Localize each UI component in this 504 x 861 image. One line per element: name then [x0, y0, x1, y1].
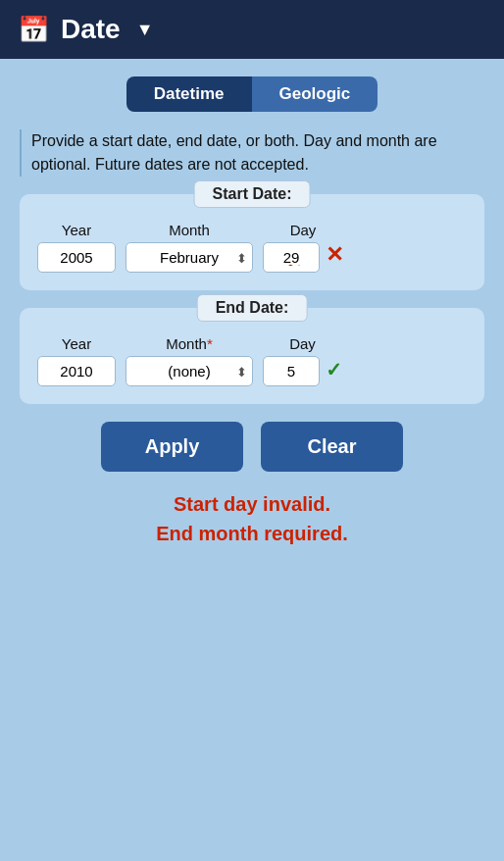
start-month-select[interactable]: January February March April May June Ju…: [126, 242, 253, 273]
end-day-label: Day: [289, 335, 316, 352]
end-year-label: Year: [62, 335, 91, 352]
clear-button[interactable]: Clear: [261, 422, 403, 472]
end-day-input[interactable]: [263, 356, 320, 386]
end-date-fields: Year Month* (none) January February Marc…: [37, 335, 467, 386]
error-line2: End month required.: [20, 519, 484, 548]
start-year-label: Year: [62, 222, 91, 238]
end-month-select[interactable]: (none) January February March April May …: [126, 356, 253, 386]
error-message: Start day invalid. End month required.: [20, 489, 484, 548]
end-day-valid-icon: ✓: [326, 358, 342, 381]
description-text: Provide a start date, end date, or both.…: [20, 129, 484, 177]
start-date-fields: Year Month January February March April …: [37, 222, 467, 273]
end-day-wrapper: ✓: [263, 356, 342, 386]
calendar-icon: 📅: [18, 15, 49, 45]
required-asterisk: *: [207, 335, 213, 352]
end-year-input[interactable]: [37, 356, 116, 386]
end-month-label: Month*: [166, 335, 213, 352]
start-year-field: Year: [37, 222, 116, 273]
end-date-card: End Date: Year Month* (none) January Feb…: [20, 308, 484, 404]
start-year-input[interactable]: [37, 242, 116, 273]
end-year-field: Year: [37, 335, 116, 386]
button-row: Apply Clear: [20, 422, 484, 472]
start-month-select-wrapper: January February March April May June Ju…: [126, 242, 253, 273]
start-day-label: Day: [290, 222, 317, 238]
apply-button[interactable]: Apply: [101, 422, 243, 472]
end-month-select-wrapper: (none) January February March April May …: [126, 356, 253, 386]
end-day-field: Day ✓: [263, 335, 342, 386]
start-day-invalid-icon: ✕: [326, 242, 343, 268]
start-day-field: Day ✕: [263, 222, 343, 273]
start-day-input[interactable]: [263, 242, 320, 273]
start-date-card: Start Date: Year Month January February …: [20, 194, 484, 290]
dropdown-arrow-icon[interactable]: ▼: [136, 20, 154, 40]
start-day-wrapper: ✕: [263, 242, 343, 273]
start-date-label: Start Date:: [194, 180, 311, 208]
tab-datetime[interactable]: Datetime: [126, 76, 252, 112]
header: 📅 Date ▼: [0, 0, 504, 59]
main-content: Datetime Geologic Provide a start date, …: [0, 59, 504, 572]
page-title: Date: [61, 14, 121, 45]
start-month-field: Month January February March April May J…: [126, 222, 253, 273]
error-line1: Start day invalid.: [20, 489, 484, 519]
end-month-field: Month* (none) January February March Apr…: [126, 335, 253, 386]
tab-geologic[interactable]: Geologic: [252, 76, 378, 112]
start-month-label: Month: [169, 222, 210, 238]
tab-row: Datetime Geologic: [20, 76, 484, 112]
end-date-label: End Date:: [197, 294, 308, 322]
